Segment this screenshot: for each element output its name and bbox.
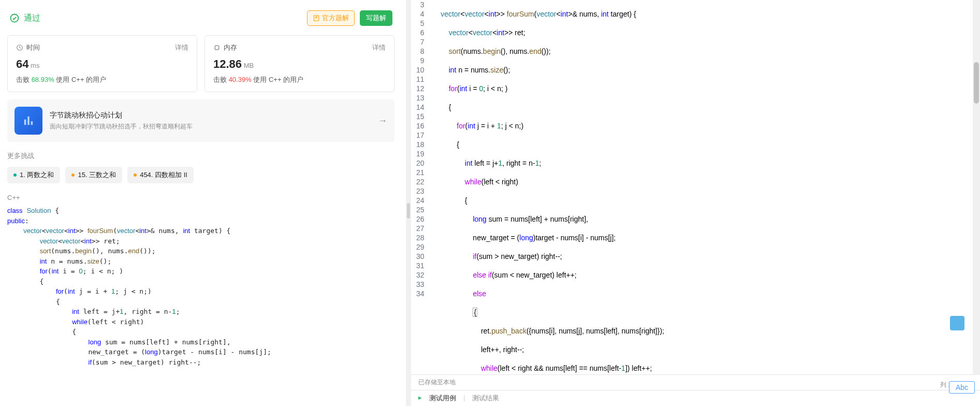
floating-tool-icon[interactable] — [950, 316, 964, 330]
banner-title: 字节跳动秋招心动计划 — [50, 111, 371, 120]
promo-banner[interactable]: 字节跳动秋招心动计划 面向短期冲刺字节跳动秋招选手，秋招弯道顺利超车 → — [7, 99, 394, 142]
svg-rect-3 — [215, 46, 219, 50]
mem-suffix: 使用 C++ 的用户 — [253, 76, 303, 83]
official-solution-button[interactable]: 官方题解 — [307, 10, 355, 26]
chip-two-sum[interactable]: 1. 两数之和 — [7, 167, 60, 183]
code-editor[interactable]: 3456789101112131415161718192021222324252… — [411, 0, 980, 374]
memory-metric-card: 内存 详情 12.86 MB 击败 40.39% 使用 C++ 的用户 — [204, 35, 394, 92]
mem-unit: MB — [244, 62, 254, 69]
official-solution-label: 官方题解 — [322, 13, 349, 23]
svg-rect-6 — [31, 121, 33, 125]
book-icon — [313, 15, 320, 22]
editor-status-bar: 已存储至本地 — [411, 374, 980, 390]
check-circle-icon — [9, 13, 20, 23]
banner-subtitle: 面向短期冲刺字节跳动秋招选手，秋招弯道顺利超车 — [50, 122, 371, 131]
time-detail-link[interactable]: 详情 — [175, 43, 188, 52]
expand-icon[interactable]: ▸ — [418, 394, 422, 403]
chip-label: 15. 三数之和 — [78, 170, 116, 180]
code-area[interactable]: vector<vector<int>> fourSum(vector<int>&… — [433, 0, 980, 374]
editor-scrollbar[interactable] — [973, 0, 980, 375]
svg-rect-4 — [24, 120, 26, 125]
mem-value: 12.86 — [213, 57, 242, 70]
svg-rect-5 — [27, 117, 30, 125]
more-challenges-label: 更多挑战 — [7, 151, 394, 161]
scrollbar-thumb[interactable] — [974, 62, 979, 104]
code-language-label: C++ — [7, 194, 394, 201]
difficulty-dot-icon — [13, 173, 17, 177]
mem-label: 内存 — [224, 43, 237, 52]
mem-prefix: 击败 — [213, 76, 227, 83]
abc-badge[interactable]: Abc — [949, 381, 975, 394]
time-value: 64 — [16, 57, 28, 70]
tab-test-case[interactable]: 测试用例 — [429, 394, 456, 403]
status-label: 通过 — [24, 13, 40, 24]
banner-icon — [14, 107, 42, 135]
time-pct: 68.93% — [32, 76, 54, 83]
difficulty-dot-icon — [134, 173, 137, 177]
right-panel: 3456789101112131415161718192021222324252… — [411, 0, 980, 406]
submitted-code: class Solution { public: vector<vector<i… — [7, 206, 394, 367]
difficulty-dot-icon — [71, 173, 75, 177]
left-panel: 通过 官方题解 写题解 时间 详情 64 ms 击败 68.93% 使用 C++… — [0, 0, 406, 406]
arrow-right-icon: → — [378, 115, 387, 126]
line-gutter: 3456789101112131415161718192021222324252… — [411, 0, 433, 374]
challenge-chips: 1. 两数之和 15. 三数之和 454. 四数相加 II — [7, 167, 394, 183]
chip-four-sum-ii[interactable]: 454. 四数相加 II — [127, 167, 194, 183]
time-metric-card: 时间 详情 64 ms 击败 68.93% 使用 C++ 的用户 — [7, 35, 197, 92]
clock-icon — [16, 44, 23, 51]
time-suffix: 使用 C++ 的用户 — [56, 76, 106, 83]
time-label: 时间 — [26, 43, 40, 52]
mem-pct: 40.39% — [229, 76, 252, 83]
bottom-tabs: ▸ 测试用例 | 测试结果 — [411, 390, 980, 406]
mem-detail-link[interactable]: 详情 — [372, 43, 386, 52]
chip-label: 1. 两数之和 — [20, 170, 54, 180]
write-solution-button[interactable]: 写题解 — [360, 10, 392, 26]
time-prefix: 击败 — [16, 76, 30, 83]
write-solution-label: 写题解 — [366, 14, 386, 22]
saved-status: 已存储至本地 — [418, 378, 456, 387]
tab-test-result[interactable]: 测试结果 — [472, 394, 499, 403]
chip-label: 454. 四数相加 II — [140, 170, 187, 180]
pane-divider[interactable] — [406, 0, 411, 406]
chip-three-sum[interactable]: 15. 三数之和 — [65, 167, 122, 183]
metrics-row: 时间 详情 64 ms 击败 68.93% 使用 C++ 的用户 内存 详情 1… — [7, 35, 394, 92]
status-bar: 通过 官方题解 写题解 — [7, 7, 394, 35]
chip-icon — [213, 44, 221, 51]
time-unit: ms — [31, 62, 39, 69]
